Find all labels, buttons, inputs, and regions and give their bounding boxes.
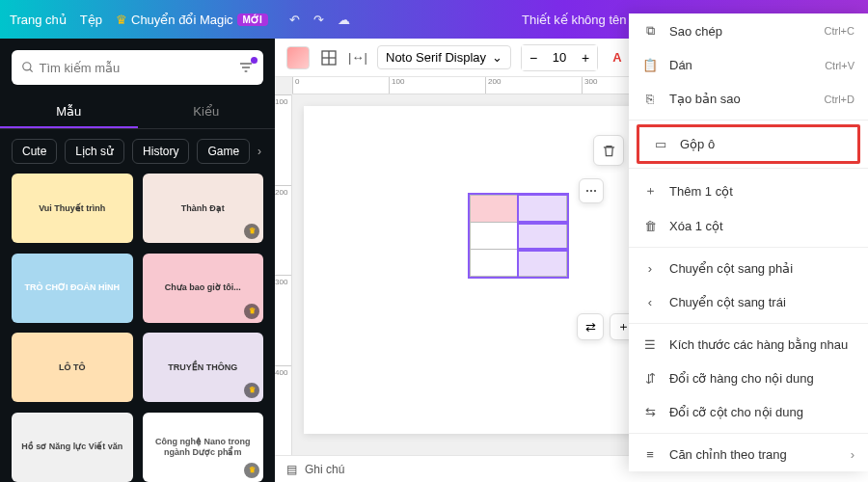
chip-history[interactable]: History (132, 139, 189, 164)
nav-file[interactable]: Tệp (80, 13, 102, 27)
shortcut: Ctrl+V (825, 60, 854, 71)
chip-cute[interactable]: Cute (12, 139, 57, 164)
menu-separator (629, 433, 868, 434)
swap-controls: ⇄ ＋ (577, 313, 637, 340)
menu-label: Căn chỉnh theo trang (669, 447, 839, 462)
template-card[interactable]: Công nghệ Nano trong ngành Dược phẩm♛ (143, 413, 264, 482)
fit-col-icon: ⇆ (642, 405, 658, 419)
font-size-stepper: − + (521, 44, 598, 71)
template-label: Hồ sơ Năng lực Viết văn (21, 442, 122, 452)
tab-templates[interactable]: Mẫu (0, 96, 138, 128)
ruler-tick: 100 (389, 77, 485, 94)
text-color-icon[interactable]: A (608, 48, 627, 67)
menu-align-to-page[interactable]: ≡Căn chỉnh theo trang (629, 438, 868, 471)
nav-magic-switch[interactable]: ♛ Chuyển đổi Magic MỚI (116, 13, 268, 27)
font-size-increase[interactable]: + (574, 45, 597, 70)
ruler-tick: 100 (275, 94, 291, 185)
menu-label: Chuyển cột sang phải (669, 261, 854, 276)
merge-icon: ▭ (653, 137, 668, 151)
template-card[interactable]: TRÒ CHƠI ĐOÁN HÌNH (12, 254, 133, 323)
cloud-sync-icon[interactable]: ☁ (338, 13, 350, 27)
duplicate-icon: ⎘ (642, 92, 658, 106)
font-name: Noto Serif Display (386, 50, 486, 65)
template-label: Chưa bao giờ tôi... (165, 282, 241, 293)
chip-lichsu[interactable]: Lịch sử (65, 139, 124, 164)
top-action-icons: ↶ ↷ ☁ (289, 13, 350, 27)
chip-game[interactable]: Game (197, 139, 250, 164)
undo-icon[interactable]: ↶ (289, 13, 300, 27)
template-search[interactable] (12, 50, 263, 85)
shortcut: Ctrl+D (825, 94, 854, 105)
menu-duplicate[interactable]: ⎘Tạo bản saoCtrl+D (629, 82, 868, 116)
menu-fit-row[interactable]: ⇵Đổi cỡ hàng cho nội dung (629, 362, 868, 395)
template-label: Vui Thuyết trình (39, 203, 105, 214)
ruler-tick: 0 (292, 77, 389, 94)
menu-fit-col[interactable]: ⇆Đổi cỡ cột cho nội dung (629, 395, 868, 429)
premium-icon: ♛ (244, 224, 259, 239)
swap-button[interactable]: ⇄ (577, 313, 604, 340)
menu-label: Kích thước các hàng bằng nhau (669, 337, 854, 352)
menu-merge-cells[interactable]: ▭Gộp ô (639, 127, 857, 161)
table-element[interactable] (468, 193, 569, 279)
menu-label: Dán (669, 58, 813, 72)
template-card[interactable]: Vui Thuyết trình (12, 174, 133, 243)
ruler-tick: 200 (275, 185, 291, 276)
nav-home[interactable]: Trang chủ (10, 13, 67, 27)
ruler-tick: 200 (485, 77, 582, 94)
redo-icon[interactable]: ↷ (313, 13, 324, 27)
template-label: TRÒ CHƠI ĐOÁN HÌNH (25, 282, 121, 293)
font-size-decrease[interactable]: − (522, 45, 545, 70)
premium-icon: ♛ (244, 383, 259, 398)
chevron-down-icon: ⌄ (492, 50, 502, 65)
menu-separator (629, 168, 868, 169)
sidebar-tabs: Mẫu Kiểu (0, 96, 275, 129)
svg-line-1 (30, 69, 33, 72)
premium-icon: ♛ (244, 463, 259, 478)
font-size-input[interactable] (545, 50, 574, 65)
menu-label: Đổi cỡ cột cho nội dung (669, 405, 854, 419)
template-card[interactable]: TRUYỀN THÔNG♛ (143, 333, 264, 402)
template-card[interactable]: Chưa bao giờ tôi...♛ (143, 254, 264, 323)
search-icon (21, 61, 35, 74)
menu-copy[interactable]: ⧉Sao chépCtrl+C (629, 13, 868, 48)
chips-more-icon[interactable]: › (258, 145, 261, 158)
fit-row-icon: ⇵ (642, 371, 658, 386)
border-style-icon[interactable] (319, 48, 339, 67)
tab-styles[interactable]: Kiểu (138, 96, 276, 128)
fill-color-swatch[interactable] (286, 46, 310, 69)
menu-separator (629, 323, 868, 324)
template-label: Thành Đạt (181, 203, 225, 214)
filter-icon[interactable] (238, 60, 254, 75)
rows-icon: ☰ (642, 337, 658, 352)
template-grid: Vui Thuyết trình Thành Đạt♛ TRÒ CHƠI ĐOÁ… (0, 174, 275, 482)
delete-button[interactable] (593, 135, 624, 166)
menu-label: Chuyển cột sang trái (669, 295, 854, 309)
menu-equal-rows[interactable]: ☰Kích thước các hàng bằng nhau (629, 328, 868, 362)
notes-icon[interactable]: ▤ (286, 463, 297, 476)
menu-label: Đổi cỡ hàng cho nội dung (669, 371, 854, 386)
menu-add-column[interactable]: ＋Thêm 1 cột (629, 173, 868, 209)
menu-label: Gộp ô (680, 137, 844, 151)
ruler-vertical: 100 200 300 400 (275, 94, 292, 455)
template-label: LÔ TÔ (59, 362, 86, 373)
template-card[interactable]: LÔ TÔ (12, 333, 133, 402)
paste-icon: 📋 (642, 58, 658, 72)
menu-move-col-right[interactable]: ›Chuyển cột sang phải (629, 252, 868, 285)
menu-paste[interactable]: 📋DánCtrl+V (629, 48, 868, 82)
copy-icon: ⧉ (642, 23, 658, 39)
spacing-icon[interactable]: |↔| (348, 48, 367, 67)
template-card[interactable]: Hồ sơ Năng lực Viết văn (12, 413, 133, 482)
svg-point-0 (23, 63, 31, 70)
highlighted-merge-option: ▭Gộp ô (637, 124, 860, 164)
search-input[interactable] (39, 61, 238, 75)
menu-delete-column[interactable]: 🗑Xóa 1 cột (629, 209, 868, 243)
left-sidebar: Mẫu Kiểu Cute Lịch sử History Game › Vui… (0, 39, 275, 482)
crown-icon: ♛ (116, 13, 127, 27)
font-family-select[interactable]: Noto Serif Display ⌄ (377, 45, 511, 69)
more-options-button[interactable]: ⋯ (579, 178, 604, 203)
notes-button[interactable]: Ghi chú (305, 463, 344, 476)
trash-icon: 🗑 (642, 219, 658, 233)
menu-separator (629, 120, 868, 120)
menu-move-col-left[interactable]: ‹Chuyển cột sang trái (629, 285, 868, 319)
template-card[interactable]: Thành Đạt♛ (143, 174, 264, 243)
